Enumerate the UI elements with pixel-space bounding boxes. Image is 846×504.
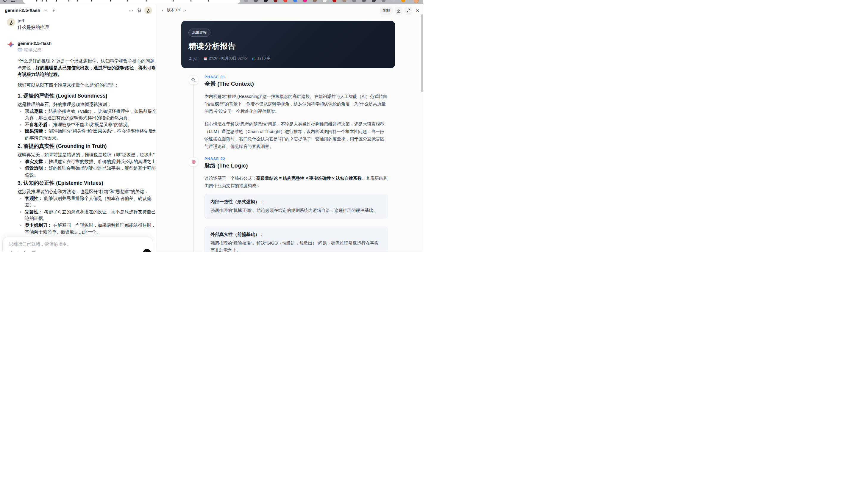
chat-bullet-item: 完备性： 考虑了对立的观点和潜在的反证，而不是只选择支持自己结论的证据。	[18, 209, 155, 222]
extension-icon[interactable]	[293, 0, 297, 2]
close-icon[interactable]: ✕	[415, 7, 421, 15]
chat-bullet-item: 因果清晰： 能准确区分“相关性”和“因果关系”，不会轻率地将先后发生的事情归为因…	[18, 128, 155, 141]
chat-bullet-item: 事实支撑： 推理建立在可靠的数据、准确的观测或公认的真理之上。	[18, 158, 155, 165]
url-text-fragment	[33, 0, 223, 1]
tab-grid-icon[interactable]	[11, 0, 16, 2]
chevron-down-icon[interactable]	[42, 7, 49, 14]
app-window: gemini-2.5-flash + ⋯ jeff	[0, 4, 423, 252]
extension-icon[interactable]	[323, 0, 327, 2]
extension-icon[interactable]	[391, 0, 395, 2]
magnifier-icon	[189, 76, 198, 85]
report-phase: PHASE 01全景 (The Context)本内容是对“推理 (Reason…	[181, 75, 395, 150]
assistant-message-body: “什么是好的推理？”这是一个涉及逻辑学、认知科学和哲学核心的问题。简单来说，好的…	[18, 58, 155, 252]
bar-chart-icon	[252, 57, 256, 60]
phase-label: PHASE 01	[205, 75, 395, 79]
assistant-status: 精读完成!	[18, 47, 155, 53]
person-icon	[189, 57, 192, 60]
brain-icon	[189, 157, 198, 166]
info-box-title: 内部一致性（形式逻辑）：	[210, 198, 382, 205]
voice-input-button[interactable]	[143, 249, 151, 252]
extension-icon[interactable]	[401, 0, 405, 2]
phase-title: 脉络 (The Logic)	[205, 162, 395, 169]
extension-icon[interactable]	[362, 0, 366, 2]
phase-title: 全景 (The Context)	[205, 80, 395, 88]
extension-icon[interactable]	[303, 0, 307, 2]
chat-title[interactable]: gemini-2.5-flash	[5, 8, 40, 13]
model-settings-icon[interactable]	[136, 7, 143, 14]
info-box: 外部真实性（前提基础）：强调推理的“经验校准”。解决“GIGO（垃圾进，垃圾出）…	[205, 227, 388, 252]
download-icon[interactable]	[395, 7, 403, 15]
chat-paragraph: 这涉及推理者的心态和方法论，也是区分“杠精”和“思想家”的关键：	[18, 188, 155, 195]
bookmark-icon[interactable]	[31, 250, 36, 252]
chat-paragraph: 逻辑再完美，如果前提是错误的，推理也是垃圾（即“垃圾进，垃圾出”）。	[18, 151, 155, 158]
extension-icon[interactable]	[372, 0, 376, 2]
extension-icon[interactable]	[352, 0, 356, 2]
report-phase: PHASE 02脉络 (The Logic)该论述基于一个核心公式：高质量结论 …	[181, 157, 395, 252]
info-box-body: 强调推理的“机械正确”。结论必须在给定的规则系统内逻辑自洽，这是推理的硬件基础。	[210, 207, 382, 214]
artifact-panel: ‹ 版本 1/1 › 复制 ✕ 思维过程 精读分析报告 jeff	[156, 4, 423, 252]
chat-bullet-item: 客观性： 能够识别并尽量排除个人偏见（如幸存者偏差、确认偏差）。	[18, 195, 155, 209]
skills-sparkle-icon[interactable]	[22, 250, 27, 252]
book-icon	[18, 48, 22, 52]
extension-icon[interactable]	[342, 0, 346, 2]
more-options-button[interactable]: ⋯	[128, 7, 134, 14]
user-message: jeff 什么是好的推理	[7, 18, 155, 31]
extension-icon[interactable]	[283, 0, 287, 2]
report-body: PHASE 01全景 (The Context)本内容是对“推理 (Reason…	[181, 75, 395, 252]
report-hero-card: 思维过程 精读分析报告 jeff 2026年01月08日 02:45 1213 …	[181, 21, 395, 68]
chat-bullet-item: 形式逻辑： 结构必须有效（Valid）。比如演绎推理中，如果前提全部为真，那么通…	[18, 108, 155, 121]
reload-icon[interactable]	[3, 0, 6, 2]
extension-icon[interactable]	[254, 0, 258, 2]
calendar-icon	[204, 57, 207, 60]
browser-profile-avatar[interactable]	[414, 0, 419, 3]
message-author: gemini-2.5-flash	[18, 40, 155, 47]
scroll-to-bottom-button[interactable]: ↓	[75, 224, 83, 233]
extension-icon[interactable]	[382, 0, 386, 2]
input-placeholder: 思维接口已就绪，请传输指令。	[9, 241, 71, 247]
chat-bullet-item: 奥卡姆剃刀： 在解释同一个现象时，如果两种推理都能站得住脚，通常倾向于最简单、假…	[18, 222, 155, 235]
chat-header: gemini-2.5-flash + ⋯	[0, 4, 156, 17]
chat-section-heading: 3. 认知的公正性 (Epistemic Virtues)	[18, 179, 155, 186]
report-meta: jeff 2026年01月08日 02:45 1213 字	[189, 56, 388, 61]
phase-paragraph: 本内容是对“推理 (Reasoning)”这一抽象概念的高层建模。在知识爆炸与人…	[205, 93, 388, 115]
info-box-body: 强调推理的“经验校准”。解决“GIGO（垃圾进，垃圾出）”问题，确保推理引擎运行…	[210, 239, 382, 252]
report-date: 2026年01月08日 02:45	[204, 56, 247, 61]
extension-icon[interactable]	[264, 0, 268, 2]
chat-section-heading: 2. 前提的真实性 (Grounding in Truth)	[18, 143, 155, 150]
message-author: jeff	[18, 18, 155, 24]
chat-section-heading: 1. 逻辑的严密性 (Logical Soundness)	[18, 92, 155, 100]
chat-bullet-list: 形式逻辑： 结构必须有效（Valid）。比如演绎推理中，如果前提全部为真，那么通…	[18, 108, 155, 142]
version-label: 版本 1/1	[167, 8, 181, 13]
chat-bullet-list: 客观性： 能够识别并尽量排除个人偏见（如幸存者偏差、确认偏差）。完备性： 考虑了…	[18, 195, 155, 235]
extension-icon[interactable]	[244, 0, 248, 2]
chat-messages: jeff 什么是好的推理 gemini-2.5-flash	[0, 17, 155, 252]
user-avatar	[7, 18, 15, 26]
expand-icon[interactable]	[405, 7, 412, 15]
report-word-count: 1213 字	[252, 56, 270, 61]
info-box-title: 外部真实性（前提基础）：	[210, 231, 382, 238]
version-prev-button[interactable]: ‹	[160, 7, 165, 13]
report-title: 精读分析报告	[189, 41, 388, 52]
new-chat-button[interactable]: +	[51, 7, 57, 14]
vertical-scrollbar[interactable]	[421, 14, 423, 92]
browser-chrome-strip	[0, 0, 423, 4]
artifact-toolbar: 复制 ✕	[380, 6, 421, 15]
chat-bullet-item: 假设透明： 好的推理会明确指明哪些是已知事实，哪些是基于可能的假设。	[18, 165, 155, 178]
phase-paragraph: 核心情境在于解决“思考的随意性”问题。不论是人类通过批判性思维进行决策，还是大语…	[205, 121, 388, 150]
extension-icon[interactable]	[274, 0, 278, 2]
chat-bullet-list: 事实支撑： 推理建立在可靠的数据、准确的观测或公认的真理之上。假设透明： 好的推…	[18, 158, 155, 179]
phase-label: PHASE 02	[205, 157, 395, 161]
message-text: 什么是好的推理	[18, 24, 155, 31]
report-author: jeff	[189, 56, 198, 61]
version-next-button[interactable]: ›	[182, 7, 188, 13]
attach-plus-button[interactable]	[9, 250, 14, 252]
copy-button[interactable]: 复制	[380, 6, 393, 15]
report-badge: 思维过程	[189, 29, 210, 37]
extension-icon[interactable]	[333, 0, 336, 2]
message-input[interactable]: 思维接口已就绪，请传输指令。	[2, 237, 153, 252]
phase-paragraph: 该论述基于一个核心公式：高质量结论 = 结构完整性 × 事实准确性 × 认知自律…	[205, 175, 388, 190]
chat-paragraph: 我们可以从以下四个维度来衡量什么是“好的推理”：	[18, 82, 155, 89]
user-avatar[interactable]	[144, 6, 152, 14]
info-box: 内部一致性（形式逻辑）：强调推理的“机械正确”。结论必须在给定的规则系统内逻辑自…	[205, 194, 388, 219]
extension-icon[interactable]	[313, 0, 317, 2]
